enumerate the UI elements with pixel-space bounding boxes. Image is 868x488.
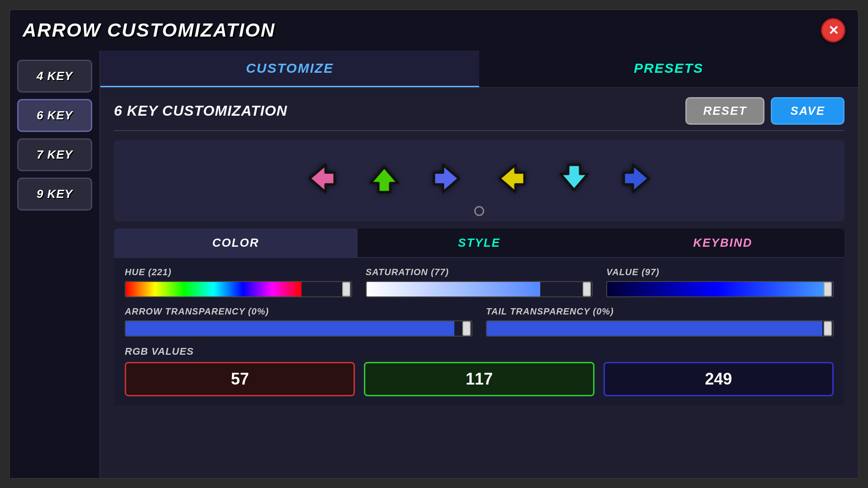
- rgb-section-label: RGB Values: [125, 346, 834, 357]
- section-header: 6 Key Customization Reset Save: [114, 97, 844, 125]
- arrow-trans-slider[interactable]: [125, 320, 472, 337]
- sidebar-item-7key[interactable]: 7 Key: [17, 138, 92, 171]
- sat-thumb[interactable]: [583, 282, 591, 296]
- val-label: Value (97): [606, 267, 834, 277]
- sidebar-item-4key[interactable]: 4 Key: [17, 60, 92, 93]
- val-thumb[interactable]: [824, 282, 832, 296]
- arrow-5[interactable]: [552, 156, 597, 201]
- arrow-trans-fill: [126, 321, 454, 336]
- sidebar-item-9key[interactable]: 9 Key: [17, 178, 92, 211]
- sub-tabs: Color Style Keybind: [114, 229, 844, 257]
- section-title: 6 Key Customization: [114, 103, 287, 119]
- hue-thumb[interactable]: [342, 282, 350, 296]
- rgb-row: 57 117 249: [125, 362, 834, 396]
- sat-slider-group: Saturation (77): [366, 267, 593, 297]
- svg-marker-3: [500, 165, 524, 192]
- tail-trans-fill: [487, 321, 822, 336]
- sidebar-item-6key[interactable]: 6 Key: [17, 99, 92, 132]
- svg-marker-4: [561, 165, 588, 190]
- arrow-4[interactable]: [488, 156, 533, 201]
- sat-slider[interactable]: [366, 281, 593, 297]
- main-window: Arrow Customization ✕ 4 Key 6 Key 7 Key …: [9, 9, 859, 479]
- controls-area: Hue (221) Saturation (77): [114, 257, 844, 405]
- sub-tab-color[interactable]: Color: [114, 229, 358, 257]
- inner-content: 6 Key Customization Reset Save: [100, 88, 858, 478]
- rgb-green-box[interactable]: 117: [364, 362, 594, 396]
- tail-trans-thumb[interactable]: [824, 321, 832, 336]
- tail-trans-slider[interactable]: [486, 320, 834, 337]
- sidebar: 4 Key 6 Key 7 Key 9 Key: [10, 51, 100, 478]
- hue-fill: [126, 282, 302, 296]
- svg-marker-5: [624, 165, 649, 192]
- sat-fill: [367, 282, 540, 296]
- arrow-3[interactable]: [425, 156, 470, 201]
- content-area: Customize Presets 6 Key Customization Re…: [100, 51, 858, 478]
- reset-button[interactable]: Reset: [685, 97, 764, 125]
- sat-label: Saturation (77): [366, 267, 593, 277]
- transparency-sliders-row: Arrow Transparency (0%) Tail Transparenc…: [125, 306, 834, 337]
- action-buttons: Reset Save: [685, 97, 844, 125]
- arrow-trans-label: Arrow Transparency (0%): [125, 306, 472, 317]
- arrow-1[interactable]: [298, 156, 344, 201]
- hue-slider[interactable]: [125, 281, 352, 297]
- window-title: Arrow Customization: [23, 19, 275, 41]
- header-divider: [114, 130, 844, 131]
- svg-marker-0: [310, 165, 335, 192]
- tab-presets[interactable]: Presets: [479, 51, 858, 87]
- save-button[interactable]: Save: [771, 97, 844, 125]
- sub-tab-keybind[interactable]: Keybind: [601, 229, 844, 257]
- val-slider[interactable]: [606, 281, 834, 297]
- arrow-trans-group: Arrow Transparency (0%): [125, 306, 472, 337]
- arrow-preview: [114, 140, 844, 221]
- selection-indicator: [474, 206, 484, 216]
- val-slider-group: Value (97): [606, 267, 834, 297]
- svg-marker-2: [434, 165, 459, 192]
- top-tabs: Customize Presets: [100, 51, 858, 88]
- sub-tab-style[interactable]: Style: [358, 229, 601, 257]
- arrow-trans-thumb[interactable]: [462, 321, 471, 336]
- arrow-6[interactable]: [615, 156, 660, 201]
- tail-trans-label: Tail Transparency (0%): [486, 306, 834, 317]
- hsv-sliders-row: Hue (221) Saturation (77): [125, 267, 834, 297]
- val-fill: [607, 282, 826, 296]
- tab-customize[interactable]: Customize: [100, 51, 479, 87]
- title-bar: Arrow Customization ✕: [10, 10, 858, 51]
- hue-slider-group: Hue (221): [125, 267, 352, 297]
- close-button[interactable]: ✕: [821, 18, 845, 42]
- tail-trans-group: Tail Transparency (0%): [486, 306, 834, 337]
- rgb-red-box[interactable]: 57: [125, 362, 355, 396]
- hue-label: Hue (221): [125, 267, 352, 277]
- main-body: 4 Key 6 Key 7 Key 9 Key Customize Preset…: [10, 51, 858, 478]
- svg-marker-1: [371, 167, 398, 192]
- arrow-2[interactable]: [362, 156, 407, 201]
- rgb-blue-box[interactable]: 249: [604, 362, 834, 396]
